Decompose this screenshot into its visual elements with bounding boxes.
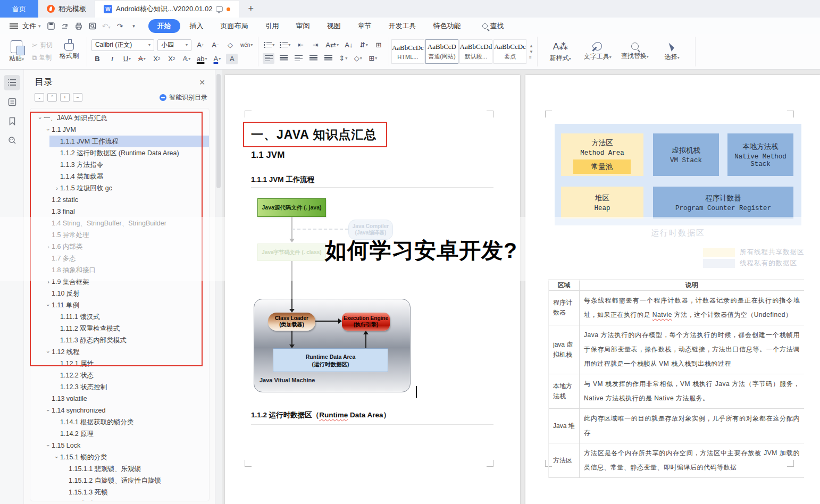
cut-button[interactable]: ✂剪切 [32,41,53,50]
tab-docer[interactable]: 稻壳模板 [38,0,95,18]
toc-item[interactable]: 1.15.1.3 死锁 [30,486,209,498]
style-card-4[interactable]: AaBbCcDc要点 [493,39,526,64]
style-card-1[interactable]: AaBbCcDcHTML... [391,39,424,64]
font-name-select[interactable]: Calibri (正文)▾ [91,39,154,51]
menu-item-7[interactable]: 章节 [350,19,379,33]
decrease-indent-button[interactable]: ⇤ [295,40,306,51]
toc-item[interactable]: 1.15.1.1 悲观锁、乐观锁 [30,463,209,475]
toc-expand-all-button[interactable]: ⌄ [35,93,44,102]
distribute-button[interactable] [322,53,334,64]
menu-item-9[interactable]: 特色功能 [426,19,468,33]
toc-item[interactable]: 1.15.1.2 自旋锁、适应性自旋锁 [30,475,209,486]
undo-button[interactable]: ↶▾ [99,22,113,30]
paste-button[interactable]: 粘贴▾ [4,40,29,63]
menu-item-2[interactable]: 插入 [182,19,211,33]
toc-item[interactable]: 1.14.1 根据获取的锁分类 [30,416,209,428]
toc-expand-button[interactable]: + [60,93,70,102]
superscript-button[interactable]: X2 [151,54,163,64]
strikethrough-button[interactable]: A▾ [136,54,148,64]
font-size-select[interactable]: 小四▾ [157,39,191,51]
toc-close-button[interactable]: ✕ [199,78,205,87]
text-tool-button[interactable]: 文字工具▾ [579,42,616,61]
bullet-list-button[interactable]: ▾ [263,40,275,51]
caret-down-icon[interactable]: › [43,407,54,414]
text-direction-button[interactable]: A⇄▾ [324,40,340,51]
hamburger-icon[interactable] [10,23,18,29]
toc-collapse-button[interactable]: − [73,93,82,102]
sort-button[interactable]: A↓ [343,40,355,51]
copy-button[interactable]: ⧉复制 [32,53,53,62]
line-spacing-button[interactable]: ⇕▾ [337,53,349,64]
document-page-2[interactable]: 方法区 Method Area 常量池 虚拟机栈 VM Stack 本地方法栈 … [525,75,820,504]
search-panel-button[interactable] [4,132,20,148]
find-replace-button[interactable]: 查找替换▾ [616,43,654,61]
style-card-2[interactable]: AaBbCcD普通(网站) [425,39,458,64]
italic-button[interactable]: I [106,54,118,64]
export-button[interactable] [58,21,72,30]
shading-button[interactable]: ◇▾ [352,53,364,64]
toc-item[interactable]: 1.12.3 状态控制 [30,381,209,393]
caret-down-icon[interactable]: › [43,442,54,449]
insert-table-button[interactable]: ⊞ [373,40,384,51]
copy-label: 复制 [39,53,52,62]
toc-scrollbar-thumb[interactable] [216,74,221,188]
save-button[interactable] [44,21,58,30]
redo-button[interactable]: ↷ [113,22,127,30]
char-shading-button[interactable]: A [226,54,238,64]
increase-font-button[interactable]: A+ [195,40,206,51]
underline-button[interactable]: U▾ [121,54,133,64]
toc-item[interactable]: 1.12.2 状态 [30,369,209,381]
new-tab-button[interactable]: + [239,0,262,18]
decrease-font-button[interactable]: A− [210,40,221,51]
tab-home[interactable]: 首页 [0,0,38,18]
find-menu[interactable]: 查找 [482,21,504,31]
text-effects-button[interactable]: 𝔸▾ [181,54,193,64]
menu-item-3[interactable]: 页面布局 [213,19,256,33]
toc-item[interactable]: ›1.15 Lock [30,440,209,451]
show-marks-button[interactable]: ⇵▾ [358,40,370,51]
menu-item-4[interactable]: 引用 [258,19,287,33]
caret-down-icon[interactable]: › [51,454,63,460]
menu-item-1[interactable]: 开始 [148,19,180,33]
select-button[interactable]: 选择▾ [654,42,691,62]
print-button[interactable] [72,21,86,30]
increase-indent-button[interactable]: ⇥ [309,40,321,51]
menu-item-5[interactable]: 审阅 [289,19,317,33]
toc-item[interactable]: ›1.14 synchronized [30,405,209,416]
font-color-button[interactable]: A▾ [211,54,223,64]
new-style-button[interactable]: A⁂ 新样式▾ [542,41,579,63]
style-card-3[interactable]: AaBbCcDd默认段... [459,39,492,64]
align-center-button[interactable] [278,53,289,64]
toc-item[interactable]: 1.14.2 原理 [30,428,209,440]
toolbar-more-chevron-icon[interactable]: ▾ [127,23,141,29]
borders-button[interactable]: ⊞▾ [367,53,379,64]
bookmark-panel-button[interactable] [4,113,20,129]
styles-scroll-arrows[interactable]: ▲▼≡ [528,44,535,60]
annotation-panel-button[interactable] [4,94,20,110]
tab-document[interactable]: W Android核心知识...V2020.01.02 [95,0,239,18]
format-painter-button[interactable]: 格式刷 [56,43,82,61]
toc-item[interactable]: ›1.15.1 锁的分类 [30,451,209,463]
numbered-list-button[interactable]: ▾ [279,40,291,51]
toc-panel-button[interactable] [4,75,20,90]
menu-item-8[interactable]: 开发工具 [381,19,424,33]
clear-format-button[interactable]: ◇ [224,40,236,51]
align-right-button[interactable] [292,53,304,64]
bold-button[interactable]: B [91,54,103,64]
print-preview-button[interactable] [86,21,99,30]
notes-icon [8,98,16,106]
toc-item[interactable]: 1.13 volatile [30,393,209,405]
justify-button[interactable] [307,53,319,64]
menu-item-6[interactable]: 视图 [320,19,348,33]
file-menu[interactable]: 文件 [22,21,36,31]
file-chevron-icon[interactable]: ▾ [38,23,41,29]
toc-item[interactable]: 1.16 引用类型 [30,498,209,501]
align-left-button[interactable] [263,53,274,64]
toc-collapse-all-button[interactable]: ⌃ [47,93,57,102]
pinyin-button[interactable]: wén▾ [239,40,254,51]
highlight-button[interactable]: ab▾ [196,54,208,64]
subscript-button[interactable]: X2 [166,54,178,64]
toc-scrollbar[interactable] [215,70,222,504]
smart-toc-label: 智能识别目录 [169,93,207,102]
smart-toc-button[interactable]: 智能识别目录 [160,93,207,102]
